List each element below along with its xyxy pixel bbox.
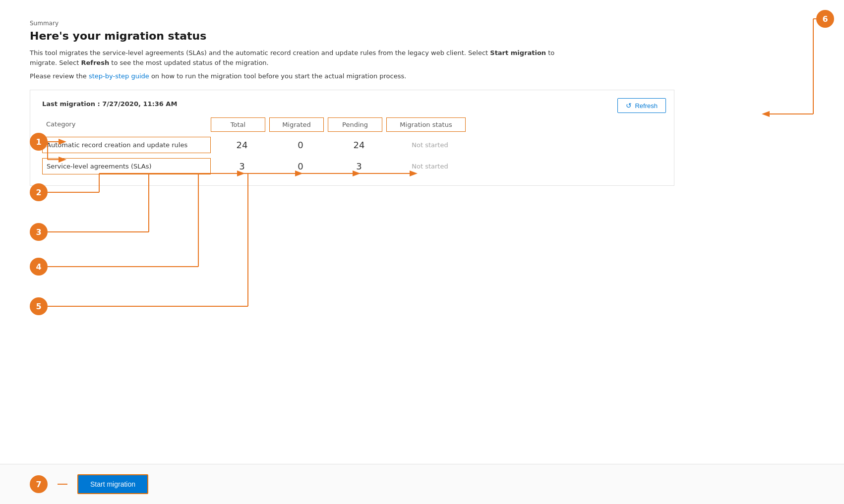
annotation-7: 7 bbox=[30, 475, 48, 493]
bottom-bar: 7 Start migration bbox=[0, 464, 844, 504]
cell-category-1: Automatic record creation and update rul… bbox=[42, 137, 211, 153]
cell-pending-1: 24 bbox=[332, 136, 386, 154]
annotation-5: 5 bbox=[30, 297, 48, 315]
last-migration-label: Last migration : 7/27/2020, 11:36 AM bbox=[42, 100, 662, 108]
header-pending: Pending bbox=[328, 117, 382, 132]
start-migration-button[interactable]: Start migration bbox=[77, 474, 148, 494]
annotation-6: 6 bbox=[816, 10, 834, 28]
annotation-2: 2 bbox=[30, 183, 48, 201]
cell-migrated-2: 0 bbox=[273, 157, 328, 175]
page-title: Here's your migration status bbox=[30, 30, 814, 42]
table-rows: Automatic record creation and update rul… bbox=[42, 136, 662, 175]
cell-migrated-1: 0 bbox=[273, 136, 328, 154]
cell-category-2: Service-level agreements (SLAs) bbox=[42, 158, 211, 174]
cell-status-2: Not started bbox=[390, 159, 470, 174]
cell-pending-2: 3 bbox=[332, 157, 386, 175]
annotation-4: 4 bbox=[30, 258, 48, 276]
summary-label: Summary bbox=[30, 20, 814, 27]
annotation-3: 3 bbox=[30, 223, 48, 241]
header-total: Total bbox=[211, 117, 265, 132]
table-row: Automatic record creation and update rul… bbox=[42, 136, 662, 154]
annotation-1: 1 bbox=[30, 133, 48, 151]
header-status: Migration status bbox=[386, 117, 466, 132]
migration-panel: ↺ Refresh Last migration : 7/27/2020, 11… bbox=[30, 90, 674, 186]
header-category: Category bbox=[42, 117, 211, 132]
cell-total-1: 24 bbox=[215, 136, 269, 154]
cell-status-1: Not started bbox=[390, 137, 470, 153]
description-text: This tool migrates the service-level agr… bbox=[30, 48, 575, 67]
guide-text: Please review the step-by-step guide on … bbox=[30, 72, 814, 80]
cell-total-2: 3 bbox=[215, 157, 269, 175]
guide-link[interactable]: step-by-step guide bbox=[89, 72, 149, 80]
header-migrated: Migrated bbox=[269, 117, 324, 132]
table-headers: Category Total Migrated Pending Migratio… bbox=[42, 117, 662, 132]
refresh-icon: ↺ bbox=[626, 102, 632, 110]
refresh-button[interactable]: ↺ Refresh bbox=[617, 98, 666, 113]
table-row: Service-level agreements (SLAs) 3 0 3 No… bbox=[42, 157, 662, 175]
